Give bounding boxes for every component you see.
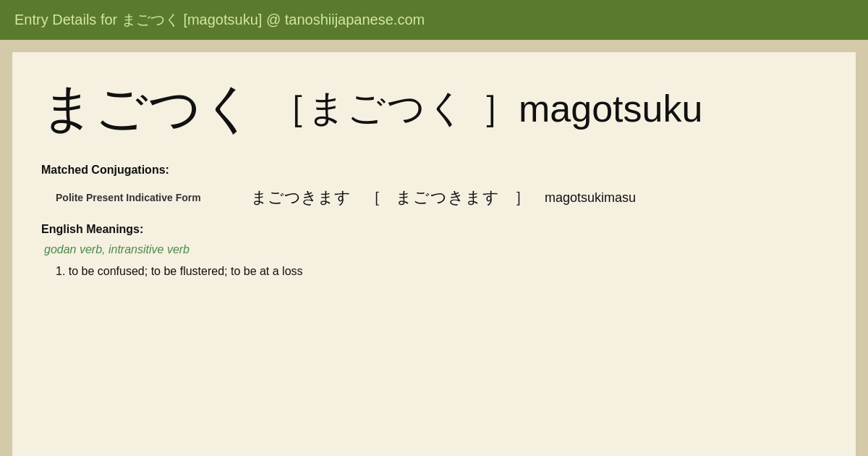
romaji-display: magotsuku: [519, 87, 702, 130]
word-type: godan verb, intransitive verb: [44, 243, 827, 256]
page-header: Entry Details for まごつく [magotsuku] @ tan…: [0, 0, 868, 40]
kanji-display: まごつく: [41, 74, 255, 143]
conjugations-section-label: Matched Conjugations:: [41, 164, 827, 177]
reading-display: まごつく: [307, 83, 467, 134]
conjugation-romaji: magotsukimasu: [545, 190, 636, 206]
conj-bracket-open: ［: [365, 187, 381, 208]
meanings-section-label: English Meanings:: [41, 223, 827, 236]
conjugation-row: Polite Present Indicative Form まごつきます ［ …: [56, 187, 827, 208]
reading-bracket-open: ［: [270, 83, 307, 134]
meaning-item: 1. to be confused; to be flustered; to b…: [56, 265, 827, 278]
main-content: まごつく ［ まごつく ］ magotsuku Matched Conjugat…: [12, 51, 856, 456]
conjugation-japanese: まごつきます: [251, 187, 351, 208]
conjugation-form-label: Polite Present Indicative Form: [56, 192, 237, 203]
conjugation-reading: まごつきます: [396, 187, 500, 208]
word-title: まごつく ［ まごつく ］ magotsuku: [41, 74, 827, 143]
header-text: Entry Details for まごつく [magotsuku] @ tan…: [14, 12, 425, 28]
conj-bracket-close: ］: [514, 187, 530, 208]
reading-bracket-close: ］: [481, 83, 519, 134]
meanings-list: 1. to be confused; to be flustered; to b…: [56, 265, 827, 278]
